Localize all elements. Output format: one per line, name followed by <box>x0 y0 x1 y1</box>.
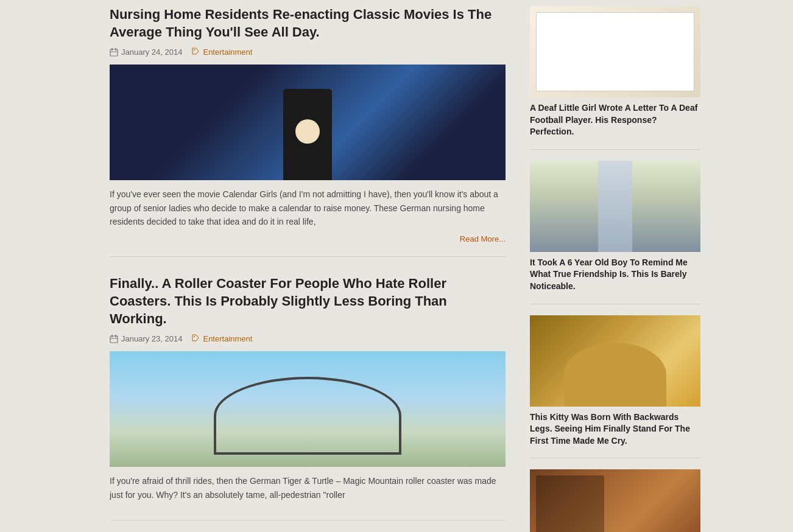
svg-rect-6 <box>110 336 118 343</box>
article-1-excerpt: If you've ever seen the movie Calendar G… <box>110 187 506 228</box>
article-1: Nursing Home Residents Re-enacting Class… <box>110 6 506 257</box>
article-2-image <box>110 351 506 467</box>
article-1-title[interactable]: Nursing Home Residents Re-enacting Class… <box>110 6 506 41</box>
article-2-excerpt: If you're afraid of thrill rides, then t… <box>110 474 506 502</box>
sidebar-item-3[interactable]: This Kitty Was Born With Backwards Legs.… <box>530 315 700 459</box>
calendar-icon-2 <box>110 335 118 343</box>
article-1-meta: January 24, 2014 Entertainment <box>110 47 506 57</box>
calendar-icon <box>110 48 118 57</box>
article-2-date: January 23, 2014 <box>110 334 182 343</box>
svg-marker-4 <box>192 48 199 54</box>
sidebar: A Deaf Little Girl Wrote A Letter To A D… <box>524 0 713 532</box>
article-1-read-more[interactable]: Read More... <box>110 234 506 244</box>
sidebar-item-2[interactable]: It Took A 6 Year Old Boy To Remind Me Wh… <box>530 161 700 304</box>
sidebar-4-thumbnail <box>530 469 700 532</box>
article-2-title-link[interactable]: Finally.. A Roller Coaster For People Wh… <box>110 276 447 326</box>
svg-rect-8 <box>115 335 116 337</box>
article-2-title[interactable]: Finally.. A Roller Coaster For People Wh… <box>110 275 506 327</box>
sidebar-2-title[interactable]: It Took A 6 Year Old Boy To Remind Me Wh… <box>530 257 700 293</box>
sidebar-1-title[interactable]: A Deaf Little Girl Wrote A Letter To A D… <box>530 102 700 138</box>
svg-point-5 <box>194 49 195 51</box>
svg-marker-10 <box>192 335 199 341</box>
svg-rect-0 <box>110 49 118 56</box>
article-1-category: Entertainment <box>191 47 252 57</box>
svg-rect-7 <box>111 335 113 337</box>
sidebar-3-title[interactable]: This Kitty Was Born With Backwards Legs.… <box>530 411 700 447</box>
article-1-date: January 24, 2014 <box>110 47 182 57</box>
sidebar-item-1[interactable]: A Deaf Little Girl Wrote A Letter To A D… <box>530 6 700 150</box>
article-1-image <box>110 65 506 180</box>
tag-icon-2 <box>191 334 200 344</box>
article-2: Finally.. A Roller Coaster For People Wh… <box>110 275 506 520</box>
svg-point-11 <box>194 336 195 337</box>
article-2-category: Entertainment <box>191 334 252 344</box>
article-2-meta: January 23, 2014 Entertainment <box>110 334 506 344</box>
sidebar-item-4[interactable]: What This Mom And Dad Did For Their Fami… <box>530 469 700 532</box>
page-layout: Nursing Home Residents Re-enacting Class… <box>0 0 793 532</box>
sidebar-1-thumbnail <box>530 6 700 97</box>
article-1-read-more-link[interactable]: Read More... <box>460 234 506 243</box>
tag-icon <box>191 47 200 57</box>
sidebar-2-thumbnail <box>530 161 700 252</box>
svg-rect-2 <box>115 48 116 51</box>
svg-rect-1 <box>111 48 113 51</box>
main-content: Nursing Home Residents Re-enacting Class… <box>0 0 524 532</box>
article-1-title-link[interactable]: Nursing Home Residents Re-enacting Class… <box>110 7 492 40</box>
sidebar-3-thumbnail <box>530 315 700 407</box>
